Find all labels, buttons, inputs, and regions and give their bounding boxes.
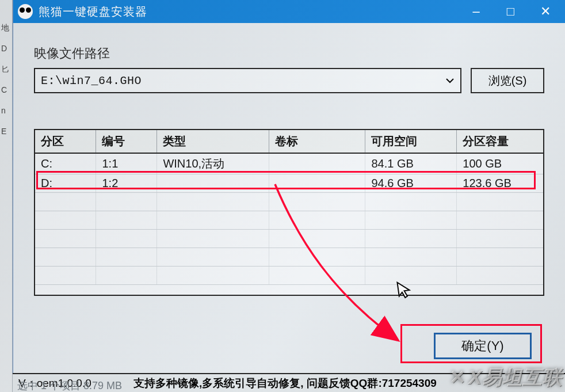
- cell-partition: [35, 230, 96, 248]
- cell-capacity: [457, 267, 543, 285]
- partition-table: 分区 编号 类型 卷标 可用空间 分区容量 C:1:1WIN10,活动 84.1…: [34, 129, 544, 296]
- cell-partition: [35, 193, 96, 211]
- cell-capacity: [457, 248, 543, 267]
- table-header-row: 分区 编号 类型 卷标 可用空间 分区容量: [35, 130, 543, 153]
- table-row[interactable]: D:1:2 94.6 GB123.6 GB: [35, 174, 543, 193]
- close-button[interactable]: ✕: [528, 0, 563, 23]
- browse-button[interactable]: 浏览(S): [471, 68, 544, 93]
- table-row: [35, 193, 543, 211]
- image-path-combobox[interactable]: E:\win7_64.GHO: [34, 68, 461, 93]
- cell-label: [269, 230, 365, 248]
- cell-label: [269, 153, 365, 174]
- cell-label: [269, 211, 365, 230]
- cell-type: [157, 211, 269, 230]
- cell-label: [269, 174, 365, 193]
- cell-label: [269, 248, 365, 267]
- cell-free: [365, 193, 457, 211]
- table-row: [35, 211, 543, 230]
- cell-capacity: [457, 193, 543, 211]
- titlebar: 熊猫一键硬盘安装器 – □ ✕: [13, 0, 565, 23]
- cell-free: [365, 267, 457, 285]
- table-row[interactable]: C:1:1WIN10,活动 84.1 GB100 GB: [35, 153, 543, 174]
- cell-partition: [35, 211, 96, 230]
- cell-type: WIN10,活动: [157, 153, 269, 174]
- cell-type: [157, 230, 269, 248]
- header-type[interactable]: 类型: [157, 130, 269, 153]
- ok-button-label: 确定(Y): [461, 337, 503, 355]
- explorer-selection-text: 选中 1 个项目 8.79 MB: [17, 379, 122, 392]
- cell-free: [365, 211, 457, 230]
- cell-type: [157, 267, 269, 285]
- maximize-icon: □: [507, 4, 515, 19]
- minimize-button[interactable]: –: [459, 0, 494, 23]
- cell-capacity: 100 GB: [457, 153, 543, 174]
- cell-label: [269, 267, 365, 285]
- minimize-icon: –: [472, 4, 480, 19]
- header-free[interactable]: 可用空间: [365, 130, 457, 153]
- image-path-label: 映像文件路径: [34, 45, 544, 62]
- header-capacity[interactable]: 分区容量: [457, 130, 543, 153]
- cell-number: 1:1: [96, 153, 157, 174]
- cell-free: [365, 248, 457, 267]
- cell-number: 1:2: [96, 174, 157, 193]
- panda-icon: [18, 4, 33, 19]
- cell-capacity: [457, 230, 543, 248]
- cell-type: [157, 248, 269, 267]
- cell-capacity: [457, 211, 543, 230]
- cell-number: [96, 267, 157, 285]
- image-path-value: E:\win7_64.GHO: [41, 74, 442, 87]
- desktop-sliver: 地D匕CnE: [0, 0, 13, 392]
- header-number[interactable]: 编号: [96, 130, 157, 153]
- cell-partition: D:: [35, 174, 96, 193]
- table-row: [35, 248, 543, 267]
- chevron-down-icon: [442, 76, 458, 85]
- table-row: [35, 230, 543, 248]
- header-partition[interactable]: 分区: [35, 130, 96, 153]
- header-label[interactable]: 卷标: [269, 130, 365, 153]
- cell-partition: [35, 248, 96, 267]
- cell-number: [96, 211, 157, 230]
- main-window: 熊猫一键硬盘安装器 – □ ✕ 映像文件路径 E:\win7_64.GHO 浏览…: [13, 0, 565, 373]
- cell-partition: C:: [35, 153, 96, 174]
- table-row: [35, 267, 543, 285]
- status-message: 支持多种镜像,多系统引导自动修复, 问题反馈QQ群:717254309: [133, 376, 562, 391]
- cell-number: [96, 248, 157, 267]
- window-title: 熊猫一键硬盘安装器: [39, 4, 147, 20]
- cell-partition: [35, 267, 96, 285]
- cell-capacity: 123.6 GB: [457, 174, 543, 193]
- cell-free: [365, 230, 457, 248]
- cell-type: [157, 174, 269, 193]
- cell-free: 94.6 GB: [365, 174, 457, 193]
- maximize-button[interactable]: □: [494, 0, 528, 23]
- close-icon: ✕: [540, 4, 551, 19]
- client-area: 映像文件路径 E:\win7_64.GHO 浏览(S) 分区: [13, 23, 565, 373]
- browse-button-label: 浏览(S): [488, 73, 527, 89]
- cell-type: [157, 193, 269, 211]
- cell-number: [96, 193, 157, 211]
- ok-button[interactable]: 确定(Y): [434, 333, 532, 359]
- cell-label: [269, 193, 365, 211]
- cell-number: [96, 230, 157, 248]
- cell-free: 84.1 GB: [365, 153, 457, 174]
